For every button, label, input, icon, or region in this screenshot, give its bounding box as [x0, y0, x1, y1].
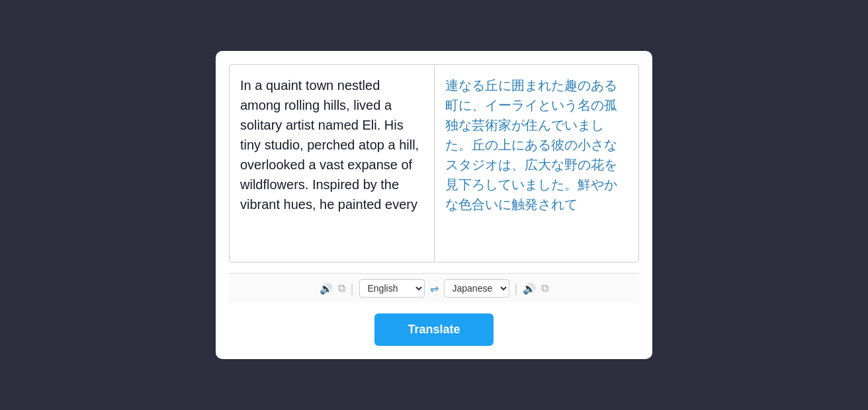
bottom-section: Translate	[229, 313, 639, 346]
text-panels: In a quaint town nestled among rolling h…	[229, 64, 639, 263]
copy-left-icon[interactable]: ⧉	[338, 282, 345, 294]
source-language-select[interactable]: English Spanish French German Chinese Ja…	[359, 279, 425, 298]
target-text: 連なる丘に囲まれた趣のある町に、イーライという名の孤独な芸術家が住んでいました。…	[445, 78, 617, 212]
controls-bar: 🔊 ⧉ | English Spanish French German Chin…	[229, 273, 639, 303]
divider-right: |	[515, 282, 518, 296]
translate-button[interactable]: Translate	[374, 313, 494, 346]
translator-modal: In a quaint town nestled among rolling h…	[216, 51, 652, 359]
target-language-select[interactable]: Japanese English Spanish French German C…	[444, 279, 509, 298]
source-text-panel[interactable]: In a quaint town nestled among rolling h…	[230, 65, 435, 262]
speaker-left-icon[interactable]: 🔊	[320, 282, 333, 295]
target-text-panel[interactable]: 連なる丘に囲まれた趣のある町に、イーライという名の孤独な芸術家が住んでいました。…	[435, 65, 639, 262]
copy-right-icon[interactable]: ⧉	[541, 282, 548, 294]
source-text: In a quaint town nestled among rolling h…	[240, 78, 419, 212]
swap-languages-icon[interactable]: ⇌	[430, 282, 439, 295]
speaker-right-icon[interactable]: 🔊	[523, 282, 536, 295]
divider-left: |	[351, 282, 354, 296]
